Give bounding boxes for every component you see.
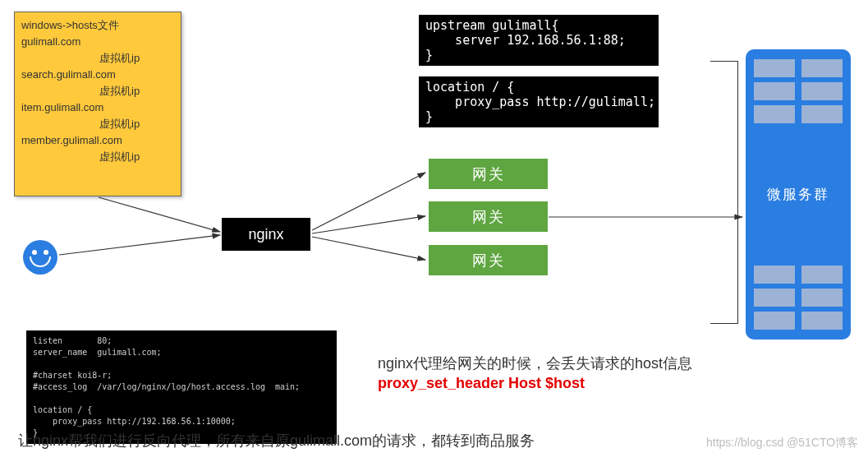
caption-proxy-set-header: proxy_set_header Host $host: [378, 375, 585, 392]
cluster-cells-bottom: [754, 266, 843, 330]
to-cluster-bracket: [710, 61, 738, 324]
service-cell: [801, 105, 843, 123]
service-cell: [754, 266, 795, 284]
service-cell: [801, 289, 843, 307]
svg-line-0: [99, 197, 220, 232]
hosts-line: item.gulimall.com: [21, 99, 174, 116]
hosts-line: member.gulimall.com: [21, 132, 174, 149]
caption-bottom: 让nginx帮我们进行反向代理，所有来自原gulimall.com的请求，都转到…: [18, 431, 535, 450]
watermark-text: https://blog.csd @51CTO博客: [706, 436, 858, 450]
svg-line-2: [312, 173, 425, 230]
nginx-node: nginx: [222, 218, 310, 251]
service-cell: [754, 59, 795, 77]
nginx-server-code: listen 80; server_name gulimall.com; #ch…: [26, 330, 337, 444]
hosts-line: 虚拟机ip: [21, 149, 174, 165]
user-icon: [23, 240, 57, 275]
svg-line-3: [312, 216, 425, 233]
nginx-upstream-code: upstream gulimall{ server 192.168.56.1:8…: [419, 15, 659, 66]
microservice-cluster: 微服务群: [746, 49, 851, 340]
svg-line-1: [59, 235, 220, 255]
service-cell: [754, 105, 795, 123]
hosts-line: 虚拟机ip: [21, 83, 174, 99]
service-cell: [801, 312, 843, 330]
hosts-line: 虚拟机ip: [21, 116, 174, 132]
service-cell: [801, 266, 843, 284]
gateway-node-1: 网关: [429, 159, 548, 189]
cluster-label: 微服务群: [754, 185, 843, 204]
cluster-cells-top: [754, 59, 843, 123]
hosts-line: gulimall.com: [21, 34, 174, 50]
service-cell: [754, 82, 795, 100]
hosts-line: 虚拟机ip: [21, 50, 174, 67]
service-cell: [754, 312, 795, 330]
service-cell: [801, 82, 843, 100]
gateway-node-2: 网关: [429, 201, 548, 232]
nginx-location-code: location / { proxy_pass http://gulimall;…: [419, 76, 659, 127]
gateway-node-3: 网关: [429, 245, 548, 275]
hosts-title: windows->hosts文件: [21, 17, 174, 34]
svg-line-4: [312, 237, 425, 260]
caption-host-loss: nginx代理给网关的时候，会丢失请求的host信息: [378, 353, 692, 373]
hosts-file-note: windows->hosts文件 gulimall.com 虚拟机ip sear…: [14, 12, 181, 196]
hosts-line: search.gulimall.com: [21, 67, 174, 83]
service-cell: [801, 59, 843, 77]
service-cell: [754, 289, 795, 307]
